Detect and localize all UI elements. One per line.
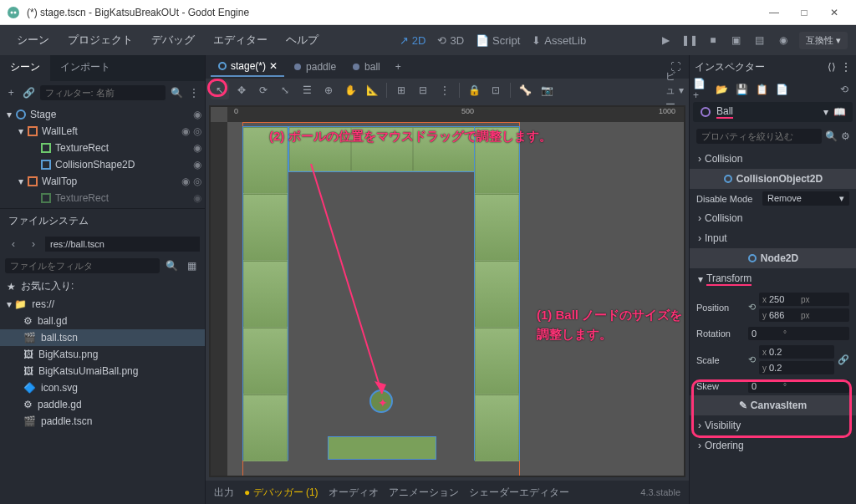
visible-icon[interactable]: ◉ xyxy=(193,109,201,120)
paddle[interactable] xyxy=(328,436,436,460)
prop-rotation[interactable]: Rotation ° xyxy=(690,324,856,343)
snap-toggle-icon[interactable]: ⊞ xyxy=(392,81,410,99)
wall-left[interactable] xyxy=(242,126,288,461)
renderer-dropdown[interactable]: 互換性 ▾ xyxy=(799,32,848,49)
list-select-icon[interactable]: ☰ xyxy=(298,81,316,99)
override-camera-icon[interactable]: 📷 xyxy=(538,81,556,99)
file-icon-svg[interactable]: 🔷 icon.svg xyxy=(0,379,205,396)
ruler-mode-icon[interactable]: 📐 xyxy=(363,81,381,99)
tree-node-texturerect2[interactable]: TextureRect◉ xyxy=(0,190,205,206)
tab-output[interactable]: 出力 xyxy=(214,486,234,500)
forward-icon[interactable]: › xyxy=(25,236,42,252)
add-node-icon[interactable]: + xyxy=(5,84,18,101)
chevron-down-icon[interactable]: ▾ xyxy=(823,106,828,118)
section-ordering[interactable]: › Ordering xyxy=(690,435,856,456)
section-transform[interactable]: ▾ Transform xyxy=(690,268,856,290)
file-paddle-tscn[interactable]: 🎬 paddle.tscn xyxy=(0,413,205,430)
more-icon[interactable]: ⋮ xyxy=(841,61,851,73)
file-bigkatsu-umaiball-png[interactable]: 🖼 BigKatsuUmaiBall.png xyxy=(0,363,205,379)
scene-filter-input[interactable] xyxy=(40,85,166,100)
filter-options-icon[interactable]: ⚙ xyxy=(841,128,850,145)
tab-animation[interactable]: アニメーション xyxy=(389,486,459,500)
tab-import[interactable]: インポート xyxy=(50,55,120,81)
play-scene-icon[interactable]: ▣ xyxy=(729,33,744,48)
link-icon[interactable]: 🔗 xyxy=(23,84,35,101)
scene-tab-paddle[interactable]: paddle xyxy=(286,58,343,76)
section-input[interactable]: › Input xyxy=(690,228,856,248)
rotation-input[interactable] xyxy=(752,328,781,339)
history-back-icon[interactable]: ⟨⟩ xyxy=(828,61,836,73)
search-icon[interactable]: 🔍 xyxy=(171,84,183,101)
snap-options-icon[interactable]: ⋮ xyxy=(436,81,454,99)
docs-icon[interactable]: 📖 xyxy=(833,106,846,118)
menu-editor[interactable]: エディター xyxy=(205,29,276,51)
link-icon[interactable]: 🔗 xyxy=(838,354,849,365)
tree-node-texturerect1[interactable]: TextureRect◉ xyxy=(0,140,205,156)
mode-3d[interactable]: ⟲ 3D xyxy=(437,34,464,47)
reset-icon[interactable]: ⟲ xyxy=(748,354,756,365)
search-icon[interactable]: 🔍 xyxy=(825,128,838,145)
canvas-2d[interactable]: ✦ (2) ボールの位置をマウスドラッグで調整します。 (1) Ball ノード… xyxy=(227,122,684,476)
menu-debug[interactable]: デバッグ xyxy=(143,29,203,51)
add-scene-tab[interactable]: + xyxy=(389,58,408,76)
property-filter-input[interactable] xyxy=(696,129,822,144)
tree-node-collision1[interactable]: CollisionShape2D◉ xyxy=(0,156,205,173)
section-collision2[interactable]: › Collision xyxy=(690,208,856,228)
class-node2d[interactable]: Node2D xyxy=(690,248,856,268)
tab-shader[interactable]: シェーダーエディター xyxy=(469,486,569,500)
tree-node-walltop[interactable]: ▾ WallTop◉◎ xyxy=(0,173,205,190)
file-paddle-gd[interactable]: ⚙ paddle.gd xyxy=(0,396,205,413)
scale-mode-icon[interactable]: ⤡ xyxy=(276,81,294,99)
paste-icon[interactable]: 📄 xyxy=(773,81,790,98)
section-collision1[interactable]: › Collision xyxy=(690,149,856,169)
tree-node-wallleft[interactable]: ▾ WallLeft◉◎ xyxy=(0,123,205,140)
move-mode-icon[interactable]: ✥ xyxy=(232,81,251,99)
movie-icon[interactable]: ◉ xyxy=(776,33,791,48)
prop-position[interactable]: Position ⟲ xpx ypx xyxy=(690,290,856,324)
resource-load-icon[interactable]: 📂 xyxy=(713,81,730,98)
tab-debugger[interactable]: ● デバッガー (1) xyxy=(244,486,318,500)
prop-disable-mode[interactable]: Disable ModeRemove ▾ xyxy=(690,189,856,208)
group-icon[interactable]: ⊡ xyxy=(487,81,505,99)
filesystem-filter-input[interactable] xyxy=(5,258,160,273)
close-tab-icon[interactable]: ✕ xyxy=(269,60,278,72)
viewport-2d[interactable]: 0 500 1000 ✦ xyxy=(209,105,685,477)
tab-audio[interactable]: オーディオ xyxy=(329,486,379,500)
wall-right[interactable] xyxy=(474,126,520,461)
file-ball-tscn[interactable]: 🎬 ball.tscn xyxy=(0,329,205,346)
inspector-node-selector[interactable]: Ball ▾ 📖 xyxy=(693,102,853,122)
back-icon[interactable]: ‹ xyxy=(5,236,22,252)
reset-icon[interactable]: ⟲ xyxy=(748,302,756,313)
scale-x-input[interactable] xyxy=(769,347,798,357)
minimize-button[interactable]: — xyxy=(759,0,789,25)
file-root[interactable]: ▾ 📁 res:// xyxy=(0,296,205,313)
maximize-button[interactable]: □ xyxy=(789,0,819,25)
position-y-input[interactable] xyxy=(769,310,798,320)
mode-script[interactable]: 📄 Script xyxy=(476,34,520,47)
tree-node-stage[interactable]: ▾ Stage◉ xyxy=(0,106,205,123)
history-icon[interactable]: ⟲ xyxy=(836,81,853,98)
filesystem-path-input[interactable] xyxy=(45,237,200,252)
smart-snap-icon[interactable]: ⊟ xyxy=(414,81,432,99)
mode-assetlib[interactable]: ⬇ AssetLib xyxy=(532,34,586,47)
view-mode-icon[interactable]: ▦ xyxy=(183,257,200,274)
close-button[interactable]: ✕ xyxy=(819,0,849,25)
pause-icon[interactable]: ❚❚ xyxy=(682,33,697,48)
more-icon[interactable]: ⋮ xyxy=(188,84,201,101)
pan-mode-icon[interactable]: ✋ xyxy=(341,81,359,99)
mode-2d[interactable]: ↗ 2D xyxy=(400,34,426,47)
file-bigkatsu-png[interactable]: 🖼 BigKatsu.png xyxy=(0,346,205,363)
stop-icon[interactable]: ■ xyxy=(706,33,721,48)
menu-project[interactable]: プロジェクト xyxy=(59,29,141,51)
search-icon[interactable]: 🔍 xyxy=(163,257,180,274)
view-menu[interactable]: ビュー ▾ xyxy=(665,81,684,99)
prop-scale[interactable]: Scale ⟲ x y 🔗 xyxy=(690,343,856,377)
skeleton-icon[interactable]: 🦴 xyxy=(516,81,534,99)
menu-help[interactable]: ヘルプ xyxy=(278,29,327,51)
resource-new-icon[interactable]: 📄+ xyxy=(693,81,710,98)
file-ball-gd[interactable]: ⚙ ball.gd xyxy=(0,313,205,329)
pivot-icon[interactable]: ⊕ xyxy=(319,81,338,99)
tab-scene[interactable]: シーン xyxy=(0,55,50,81)
scene-tab-ball[interactable]: ball xyxy=(344,58,387,76)
class-collisionobject2d[interactable]: CollisionObject2D xyxy=(690,169,856,189)
